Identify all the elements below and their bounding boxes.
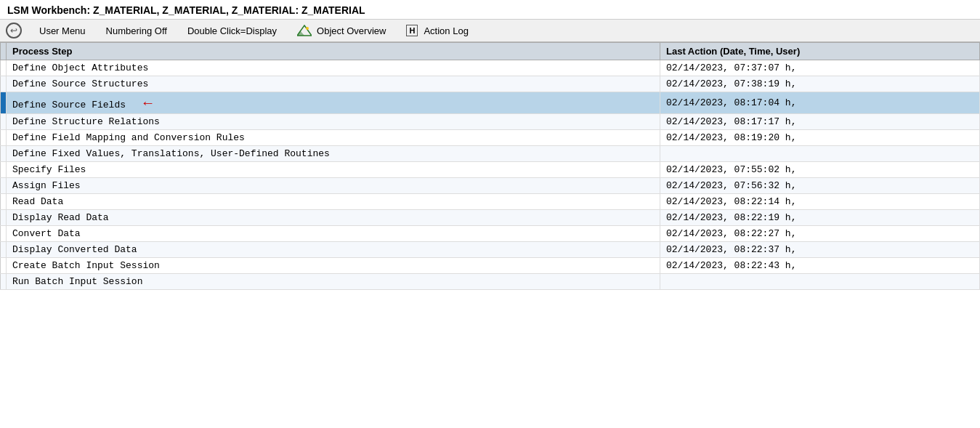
indicator-header (1, 43, 7, 60)
row-indicator (1, 242, 7, 258)
row-indicator (1, 162, 7, 178)
user-menu-label: User Menu (39, 25, 86, 36)
object-overview-label: Object Overview (317, 25, 386, 36)
process-step-header: Process Step (7, 43, 660, 60)
last-action-cell (660, 274, 980, 290)
table-row[interactable]: Display Converted Data02/14/2023, 08:22:… (1, 242, 980, 258)
h-icon: H (406, 25, 418, 36)
table-row[interactable]: Assign Files02/14/2023, 07:56:32 h, (1, 178, 980, 194)
process-step-cell[interactable]: Read Data (7, 194, 660, 210)
user-menu-button[interactable]: User Menu (36, 24, 89, 38)
row-indicator (1, 226, 7, 242)
numbering-button[interactable]: Numbering Off (103, 24, 170, 38)
table-row[interactable]: Define Source Structures02/14/2023, 07:3… (1, 76, 980, 92)
table-container: Process Step Last Action (Date, Time, Us… (0, 42, 980, 405)
table-row[interactable]: Run Batch Input Session (1, 274, 980, 290)
table-row[interactable]: Define Field Mapping and Conversion Rule… (1, 130, 980, 146)
process-step-cell[interactable]: Display Read Data (7, 210, 660, 226)
table-body: Define Object Attributes02/14/2023, 07:3… (1, 60, 980, 290)
last-action-cell: 02/14/2023, 08:17:17 h, (660, 114, 980, 130)
mountain-icon (297, 25, 312, 36)
numbering-label: Numbering Off (106, 25, 167, 36)
last-action-header: Last Action (Date, Time, User) (660, 43, 980, 60)
process-step-cell[interactable]: Run Batch Input Session (7, 274, 660, 290)
row-indicator (1, 178, 7, 194)
process-step-cell[interactable]: Create Batch Input Session (7, 258, 660, 274)
row-indicator (1, 92, 7, 114)
table-row[interactable]: Read Data02/14/2023, 08:22:14 h, (1, 194, 980, 210)
table-header-row: Process Step Last Action (Date, Time, Us… (1, 43, 980, 60)
process-step-cell[interactable]: Define Structure Relations (7, 114, 660, 130)
red-arrow-indicator: ← (137, 94, 155, 110)
window-title: LSM Workbench: Z_MATERIAL, Z_MATERIAL, Z… (7, 4, 365, 16)
row-indicator (1, 210, 7, 226)
last-action-cell (660, 146, 980, 162)
action-log-label: Action Log (424, 25, 468, 36)
last-action-cell: 02/14/2023, 07:38:19 h, (660, 76, 980, 92)
table-row[interactable]: Create Batch Input Session02/14/2023, 08… (1, 258, 980, 274)
double-click-label: Double Click=Display (187, 25, 277, 36)
last-action-cell: 02/14/2023, 08:22:43 h, (660, 258, 980, 274)
last-action-cell: 02/14/2023, 08:22:37 h, (660, 242, 980, 258)
row-indicator (1, 274, 7, 290)
table-row[interactable]: Define Fixed Values, Translations, User-… (1, 146, 980, 162)
object-overview-button[interactable]: Object Overview (294, 23, 389, 38)
row-indicator (1, 114, 7, 130)
row-indicator (1, 60, 7, 76)
process-step-cell[interactable]: Define Source Fields ← (7, 92, 660, 114)
action-log-button[interactable]: H Action Log (403, 23, 471, 38)
last-action-cell: 02/14/2023, 07:37:07 h, (660, 60, 980, 76)
process-step-cell[interactable]: Define Field Mapping and Conversion Rule… (7, 130, 660, 146)
back-button[interactable] (6, 23, 22, 39)
process-step-cell[interactable]: Define Object Attributes (7, 60, 660, 76)
table-row[interactable]: Define Structure Relations02/14/2023, 08… (1, 114, 980, 130)
table-row[interactable]: Display Read Data02/14/2023, 08:22:19 h, (1, 210, 980, 226)
title-bar: LSM Workbench: Z_MATERIAL, Z_MATERIAL, Z… (0, 0, 980, 20)
row-indicator (1, 194, 7, 210)
process-step-cell[interactable]: Define Source Structures (7, 76, 660, 92)
table-row[interactable]: Define Source Fields ←02/14/2023, 08:17:… (1, 92, 980, 114)
process-step-cell[interactable]: Display Converted Data (7, 242, 660, 258)
table-row[interactable]: Convert Data02/14/2023, 08:22:27 h, (1, 226, 980, 242)
process-step-cell[interactable]: Assign Files (7, 178, 660, 194)
process-table: Process Step Last Action (Date, Time, Us… (0, 42, 980, 290)
last-action-cell: 02/14/2023, 07:55:02 h, (660, 162, 980, 178)
last-action-cell: 02/14/2023, 08:19:20 h, (660, 130, 980, 146)
last-action-cell: 02/14/2023, 08:22:19 h, (660, 210, 980, 226)
svg-point-2 (306, 27, 309, 30)
row-indicator (1, 146, 7, 162)
last-action-cell: 02/14/2023, 07:56:32 h, (660, 178, 980, 194)
last-action-cell: 02/14/2023, 08:22:27 h, (660, 226, 980, 242)
toolbar: User Menu Numbering Off Double Click=Dis… (0, 20, 980, 42)
double-click-button[interactable]: Double Click=Display (185, 24, 280, 38)
row-indicator (1, 258, 7, 274)
row-indicator (1, 130, 7, 146)
table-row[interactable]: Define Object Attributes02/14/2023, 07:3… (1, 60, 980, 76)
process-step-cell[interactable]: Define Fixed Values, Translations, User-… (7, 146, 660, 162)
process-step-cell[interactable]: Convert Data (7, 226, 660, 242)
last-action-cell: 02/14/2023, 08:22:14 h, (660, 194, 980, 210)
last-action-cell: 02/14/2023, 08:17:04 h, (660, 92, 980, 114)
table-row[interactable]: Specify Files02/14/2023, 07:55:02 h, (1, 162, 980, 178)
process-step-cell[interactable]: Specify Files (7, 162, 660, 178)
row-indicator (1, 76, 7, 92)
